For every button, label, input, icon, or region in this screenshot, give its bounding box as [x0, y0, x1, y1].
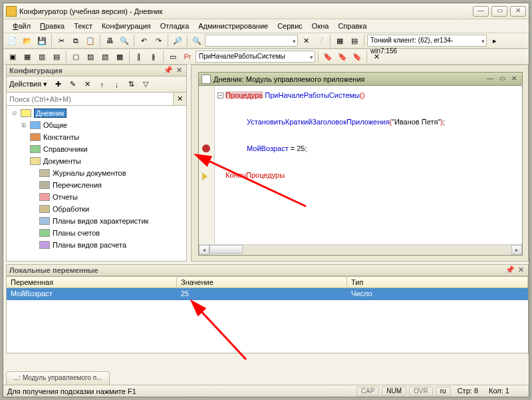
t2-icon[interactable]: ▢ [69, 50, 82, 63]
code-line[interactable]: КонецПроцедуры [225, 171, 522, 179]
proc-nav-icon[interactable]: Pr [181, 50, 194, 63]
paste-icon[interactable]: 📋 [84, 34, 97, 47]
col-value[interactable]: Значение [177, 277, 347, 288]
code-min-button[interactable]: — [485, 75, 495, 84]
tree-item[interactable]: ⊞Общие [8, 119, 185, 131]
pin-icon[interactable]: 📌 [164, 66, 173, 75]
tree-item[interactable]: Планы видов расчета [8, 239, 185, 251]
cfg-filter-icon[interactable]: ▽ [139, 78, 152, 91]
locals-header[interactable]: Переменная Значение Тип [6, 276, 529, 288]
expand-icon[interactable] [29, 194, 37, 200]
search-combo[interactable] [205, 35, 298, 47]
cfg-del-icon[interactable]: ✕ [80, 78, 94, 91]
col-type[interactable]: Тип [347, 277, 528, 288]
tree-item[interactable]: Журналы документов [8, 167, 185, 179]
tree-item[interactable]: Константы [8, 131, 185, 143]
horizontal-scrollbar[interactable]: ◂ ▸ [199, 244, 522, 255]
proc-combo[interactable]: ПриНачалеРаботыСистемы [196, 51, 315, 63]
locals-row[interactable]: МойВозраст 25 Число [7, 288, 528, 300]
menu-text[interactable]: Текст [70, 21, 96, 31]
scroll-right-icon[interactable]: ▸ [511, 245, 522, 255]
client-combo[interactable]: Тонкий клиент: (62), er134-win7:156 [367, 35, 487, 47]
help-icon[interactable]: ❔ [314, 34, 327, 47]
expand-icon[interactable] [20, 146, 27, 152]
expand-icon[interactable] [29, 182, 37, 188]
cfg-edit-icon[interactable]: ✎ [66, 78, 79, 91]
bookmark-next-icon[interactable]: 🔖 [336, 50, 349, 63]
cfg-sort-icon[interactable]: ⇅ [124, 78, 138, 91]
menu-windows[interactable]: Окна [308, 21, 333, 31]
fold-toggle[interactable]: − [217, 93, 223, 99]
preview-icon[interactable]: 🔍 [118, 34, 131, 47]
gutter[interactable] [199, 86, 215, 244]
tree-item[interactable]: Справочники [8, 143, 185, 155]
tab-module[interactable]: ...: Модуль управляемого п... [6, 371, 110, 385]
t2-icon[interactable]: ▧ [98, 50, 112, 63]
minimize-button[interactable]: — [473, 6, 489, 17]
copy-icon[interactable]: ⧉ [69, 34, 82, 47]
tree-item[interactable]: Планы счетов [8, 227, 185, 239]
print-icon[interactable]: 🖶 [103, 34, 116, 47]
code-editor[interactable]: − Процедура ПриНачалеРаботыСистемы() Уст… [199, 86, 522, 244]
expand-icon[interactable]: ⊝ [11, 110, 18, 116]
expand-icon[interactable] [29, 206, 37, 212]
col-variable[interactable]: Переменная [7, 277, 177, 288]
breakpoint-icon[interactable] [202, 144, 210, 152]
tree-item[interactable]: Планы видов характеристик [8, 215, 185, 227]
tree-item[interactable]: Перечисления [8, 179, 185, 191]
cfg-down-icon[interactable]: ↓ [110, 78, 123, 91]
scroll-track[interactable] [209, 245, 511, 255]
open-icon[interactable]: 📂 [21, 34, 34, 47]
t2-icon[interactable]: ▤ [50, 50, 63, 63]
actions-menu[interactable]: Действия ▾ [9, 80, 47, 89]
locals-grid[interactable]: МойВозраст 25 Число [6, 288, 529, 353]
locals-panel-title[interactable]: Локальные переменные 📌 ✕ [6, 264, 529, 276]
expand-icon[interactable] [20, 134, 27, 140]
t2-icon[interactable]: ▩ [113, 50, 126, 63]
save-icon[interactable]: 💾 [35, 34, 49, 47]
expand-icon[interactable] [20, 158, 27, 164]
code-titlebar[interactable]: Дневник: Модуль управляемого приложения … [199, 73, 522, 86]
comment-icon[interactable]: ∥ [132, 50, 146, 63]
menu-service[interactable]: Сервис [273, 21, 307, 31]
tree-item[interactable]: ⊝Дневник [8, 107, 185, 119]
t2-icon[interactable]: ▨ [84, 50, 97, 63]
t2-icon[interactable]: ▦ [21, 50, 34, 63]
expand-icon[interactable] [29, 230, 37, 236]
expand-icon[interactable] [29, 218, 37, 224]
config-search-input[interactable] [6, 93, 174, 106]
tree-item[interactable]: Отчеты [8, 191, 185, 203]
menu-edit[interactable]: Правка [36, 21, 68, 31]
find-icon[interactable]: 🔎 [171, 34, 184, 47]
scroll-thumb[interactable] [209, 245, 243, 254]
titlebar[interactable]: Конфигуратор (учебная версия) - Дневник … [3, 3, 529, 19]
panel-close-icon[interactable]: ✕ [516, 266, 525, 275]
expand-icon[interactable] [29, 242, 37, 248]
code-close-button[interactable]: ✕ [509, 75, 519, 84]
menu-admin[interactable]: Администрирование [194, 21, 272, 31]
zoom-icon[interactable]: 🔍 [190, 34, 203, 47]
module-icon[interactable]: ▭ [166, 50, 180, 63]
expand-icon[interactable] [29, 170, 37, 176]
run-icon[interactable]: ▸ [488, 34, 501, 47]
close-button[interactable]: ✕ [510, 6, 526, 17]
cut-icon[interactable]: ✂ [55, 34, 68, 47]
tool-b-icon[interactable]: ▤ [348, 34, 361, 47]
code-line[interactable]: УстановитьКраткийЗаголовокПриложения("Ив… [247, 118, 522, 126]
code-line[interactable]: МойВозраст = 25; [247, 144, 522, 152]
search-clear-icon[interactable]: ✕ [174, 93, 187, 106]
bookmark-icon[interactable]: 🔖 [321, 50, 334, 63]
new-icon[interactable]: 📄 [6, 34, 19, 47]
config-panel-title[interactable]: Конфигурация 📌 ✕ [6, 65, 187, 77]
tool-a-icon[interactable]: ▦ [333, 34, 346, 47]
tree-item[interactable]: Обработки [8, 203, 185, 215]
undo-icon[interactable]: ↶ [137, 34, 150, 47]
bookmark-prev-icon[interactable]: 🔖 [350, 50, 364, 63]
expand-icon[interactable]: ⊞ [20, 122, 27, 128]
scroll-left-icon[interactable]: ◂ [199, 245, 209, 255]
cfg-up-icon[interactable]: ↑ [95, 78, 108, 91]
t2-icon[interactable]: ▥ [35, 50, 49, 63]
menu-file[interactable]: Файл [9, 21, 35, 31]
code-line[interactable]: Процедура ПриНачалеРаботыСистемы() [225, 91, 522, 99]
code-max-button[interactable]: ▭ [497, 75, 507, 84]
